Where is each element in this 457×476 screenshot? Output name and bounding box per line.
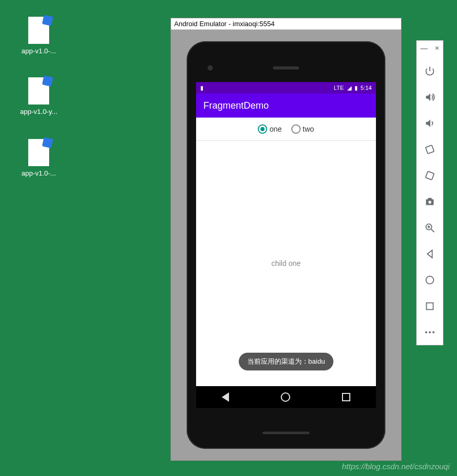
emulator-toolbar: — ×: [416, 40, 443, 345]
android-status-bar: ▮ LTE ◢ ▮ 5:14: [196, 82, 376, 94]
app-bar: FragmentDemo: [196, 94, 376, 118]
minimize-button[interactable]: —: [420, 44, 428, 52]
rotate-left-icon[interactable]: [422, 142, 437, 157]
radio-button-checked-icon: [258, 124, 267, 134]
radio-two-label: two: [303, 125, 314, 133]
back-icon[interactable]: [422, 247, 437, 261]
volume-down-icon[interactable]: [422, 116, 437, 131]
toast: 当前应用的渠道为：baidu: [239, 353, 334, 370]
file-icon: [28, 77, 49, 105]
nav-recent-button[interactable]: [342, 393, 350, 401]
svg-rect-0: [426, 145, 434, 154]
phone-chin: [262, 432, 310, 434]
status-left-icon: ▮: [200, 85, 203, 91]
radio-one-label: one: [269, 125, 281, 133]
fragment-content: child one 当前应用的渠道为：baidu: [196, 141, 376, 386]
battery-icon: ▮: [355, 85, 358, 91]
emulator-title: Android Emulator - imxiaoqi:5554: [174, 20, 275, 28]
radio-button-unchecked-icon: [291, 124, 301, 134]
volume-up-icon[interactable]: [422, 90, 437, 105]
file-label: app-v1.0-...: [18, 47, 60, 55]
watermark: https://blog.csdn.net/csdnzouqi: [342, 462, 450, 471]
svg-rect-8: [427, 303, 433, 310]
app-title: FragmentDemo: [203, 100, 269, 111]
phone-screen: ▮ LTE ◢ ▮ 5:14 FragmentDemo one: [196, 82, 376, 408]
power-icon[interactable]: [422, 64, 437, 78]
phone-camera-dot: [208, 65, 213, 71]
phone-speaker: [273, 66, 299, 69]
file-icon: [28, 139, 49, 166]
toast-text: 当前应用的渠道为：baidu: [247, 357, 325, 365]
content-text: child one: [271, 259, 301, 268]
svg-line-4: [431, 229, 435, 233]
radio-one[interactable]: one: [258, 124, 281, 134]
android-nav-bar: [196, 386, 376, 408]
status-time: 5:14: [361, 85, 372, 91]
file-icon: [28, 17, 49, 44]
status-network: LTE: [334, 85, 344, 91]
desktop-file-2[interactable]: app-v1.0-y...: [18, 77, 60, 115]
svg-rect-1: [426, 171, 434, 180]
rotate-right-icon[interactable]: [422, 168, 437, 183]
zoom-icon[interactable]: [422, 220, 437, 235]
close-button[interactable]: ×: [435, 44, 439, 52]
svg-point-7: [426, 276, 434, 284]
emulator-body: ▮ LTE ◢ ▮ 5:14 FragmentDemo one: [171, 30, 401, 460]
desktop-file-3[interactable]: app-v1.0-...: [18, 139, 60, 177]
desktop-file-1[interactable]: app-v1.0-...: [18, 17, 60, 55]
toolbar-window-controls: — ×: [417, 44, 443, 52]
emulator-titlebar[interactable]: Android Emulator - imxiaoqi:5554: [171, 18, 401, 30]
radio-two[interactable]: two: [291, 124, 314, 134]
file-label: app-v1.0-y...: [18, 108, 60, 115]
file-label: app-v1.0-...: [18, 169, 60, 177]
signal-icon: ◢: [347, 85, 351, 91]
phone-frame: ▮ LTE ◢ ▮ 5:14 FragmentDemo one: [187, 41, 385, 449]
svg-point-2: [428, 201, 431, 204]
radio-row: one two: [196, 118, 376, 141]
recent-icon[interactable]: [422, 299, 437, 314]
more-icon[interactable]: [422, 325, 437, 340]
emulator-window: Android Emulator - imxiaoqi:5554 ▮ LTE ◢…: [170, 18, 402, 461]
nav-back-button[interactable]: [222, 392, 229, 402]
nav-home-button[interactable]: [281, 392, 290, 402]
camera-icon[interactable]: [422, 194, 437, 209]
home-icon[interactable]: [422, 273, 437, 287]
